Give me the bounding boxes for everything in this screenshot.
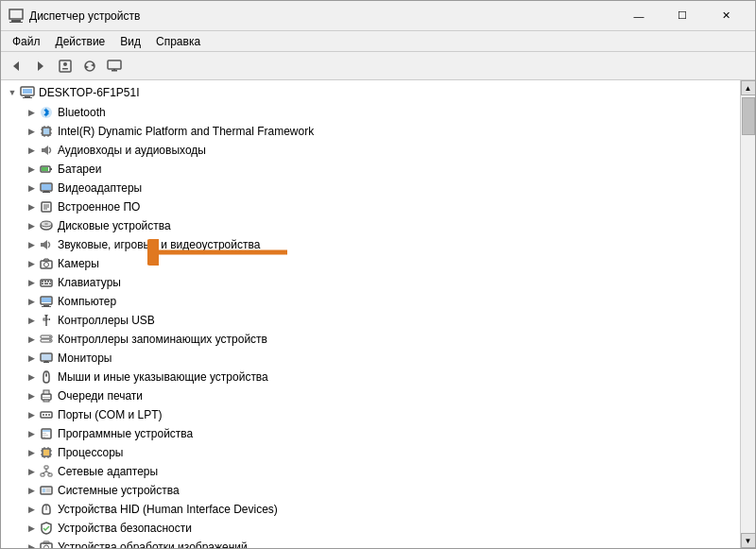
item-expand-system[interactable]: ▶	[24, 483, 39, 498]
list-item[interactable]: ▶ Программные устройства	[1, 424, 740, 443]
item-expand-bluetooth[interactable]: ▶	[24, 105, 39, 120]
refresh-button[interactable]	[78, 55, 101, 77]
list-item[interactable]: ▶ Устройства безопасности	[1, 519, 740, 538]
item-expand-intel[interactable]: ▶	[24, 124, 39, 139]
item-expand-printer[interactable]: ▶	[24, 388, 39, 403]
forward-button[interactable]	[29, 55, 52, 77]
screen-button[interactable]	[103, 55, 126, 77]
list-item[interactable]: ▶ Встроенное ПО	[1, 197, 740, 216]
item-expand-monitor[interactable]: ▶	[24, 351, 39, 366]
list-item[interactable]: ▶ Звуковые, игровые и видеоустройства	[1, 235, 740, 254]
list-item[interactable]: ▶ Процессоры	[1, 443, 740, 462]
item-expand-mouse[interactable]: ▶	[24, 369, 39, 385]
imaging-icon	[39, 540, 54, 548]
list-item[interactable]: ▶ Камеры	[1, 254, 740, 273]
scroll-track[interactable]	[741, 95, 755, 533]
bluetooth-icon	[39, 105, 54, 120]
device-tree[interactable]: ▼ DESKTOP-6F1P51I ▶	[1, 80, 740, 548]
item-expand-software[interactable]: ▶	[24, 426, 39, 441]
item-expand-usb[interactable]: ▶	[24, 313, 39, 328]
item-expand-storage[interactable]: ▶	[24, 332, 39, 347]
svg-point-75	[45, 374, 47, 376]
list-item[interactable]: ▶ Порты (COM и LPT)	[1, 405, 740, 424]
tree-root[interactable]: ▼ DESKTOP-6F1P51I	[1, 82, 740, 103]
item-expand-battery[interactable]: ▶	[24, 162, 39, 177]
list-item[interactable]: ▶ Устройства HID (Human Interface Device…	[1, 500, 740, 519]
menu-view[interactable]: Вид	[112, 33, 148, 50]
list-item[interactable]: ▶ Мониторы	[1, 349, 740, 368]
svg-marker-4	[38, 61, 43, 71]
svg-rect-2	[9, 22, 23, 23]
scroll-thumb[interactable]	[742, 97, 755, 135]
item-label-imaging: Устройства обработки изображений	[58, 540, 248, 548]
item-expand-imaging[interactable]: ▶	[24, 540, 39, 548]
list-item[interactable]: ▶ Мыши и иные указывающие устройства	[1, 368, 740, 386]
minimize-button[interactable]: —	[617, 1, 661, 31]
computer-tree-icon	[39, 294, 54, 309]
svg-point-69	[49, 340, 51, 342]
item-expand-audio[interactable]: ▶	[24, 143, 39, 158]
item-expand-hid[interactable]: ▶	[24, 502, 39, 517]
item-label-mouse: Мыши и иные указывающие устройства	[58, 370, 268, 384]
list-item[interactable]: ▶ Клавиатуры	[1, 273, 740, 292]
item-expand-keyboard[interactable]: ▶	[24, 275, 39, 290]
list-item[interactable]: ▶ Контроллеры запоминающих устройств	[1, 330, 740, 349]
list-item[interactable]: ▶ Bluetooth	[1, 103, 740, 122]
vertical-scrollbar[interactable]: ▲ ▼	[740, 80, 755, 548]
list-item[interactable]: ▶ Видеоадаптеры	[1, 179, 740, 197]
list-item[interactable]: ▶ Сетевые адаптеры	[1, 462, 740, 481]
svg-rect-0	[9, 9, 23, 19]
scroll-down-button[interactable]: ▼	[741, 533, 756, 548]
security-icon	[39, 521, 54, 536]
list-item[interactable]: ▶ Дисковые устройства	[1, 216, 740, 235]
svg-rect-89	[43, 437, 45, 437]
list-item[interactable]: ▶ Контроллеры USB	[1, 311, 740, 330]
svg-point-84	[48, 414, 50, 416]
menu-help[interactable]: Справка	[148, 33, 208, 50]
svg-rect-59	[42, 306, 51, 307]
svg-rect-114	[43, 541, 49, 543]
svg-rect-78	[43, 397, 50, 398]
list-item[interactable]: ▶ Батареи	[1, 160, 740, 179]
properties-button[interactable]	[54, 55, 77, 77]
item-expand-disk[interactable]: ▶	[24, 218, 39, 233]
item-expand-firmware[interactable]: ▶	[24, 199, 39, 214]
item-expand-camera[interactable]: ▶	[24, 256, 39, 271]
svg-rect-54	[42, 283, 43, 285]
item-label-system: Системные устройства	[58, 484, 180, 497]
item-expand-port[interactable]: ▶	[24, 407, 39, 422]
item-expand-display[interactable]: ▶	[24, 180, 39, 196]
item-expand-cpu[interactable]: ▶	[24, 445, 39, 460]
item-label-firmware: Встроенное ПО	[58, 200, 140, 214]
close-button[interactable]: ✕	[704, 1, 747, 31]
svg-rect-65	[49, 318, 50, 320]
item-expand-security[interactable]: ▶	[24, 521, 39, 536]
list-item[interactable]: ▶ Системные устройства	[1, 481, 740, 500]
svg-rect-71	[42, 354, 51, 360]
menu-file[interactable]: Файл	[5, 33, 48, 50]
maximize-button[interactable]: ☐	[661, 1, 704, 31]
svg-point-6	[63, 62, 67, 66]
list-item[interactable]: ▶ Компьютер	[1, 292, 740, 311]
list-item[interactable]: ▶ Очереди печати	[1, 386, 740, 405]
back-button[interactable]	[5, 55, 27, 77]
item-expand-computer[interactable]: ▶	[24, 294, 39, 309]
svg-point-43	[44, 223, 48, 225]
port-icon	[39, 407, 54, 422]
scroll-up-button[interactable]: ▲	[741, 80, 756, 95]
svg-rect-60	[42, 298, 51, 302]
svg-rect-32	[42, 167, 48, 171]
item-expand-sound[interactable]: ▶	[24, 237, 39, 252]
menu-action[interactable]: Действие	[48, 33, 113, 50]
svg-marker-48	[43, 259, 49, 261]
svg-rect-110	[46, 490, 50, 492]
root-expand[interactable]: ▼	[5, 85, 20, 100]
item-label-monitor: Мониторы	[58, 352, 112, 365]
svg-point-83	[45, 414, 47, 416]
list-item[interactable]: ▶ Устройства обработки изображений	[1, 538, 740, 548]
list-item[interactable]: ▶ Аудиовходы и аудиовыходы	[1, 141, 740, 160]
audio-icon	[39, 143, 54, 158]
list-item[interactable]: ▶ Intel(R) Dynamic Pla	[1, 122, 740, 141]
svg-rect-73	[43, 362, 49, 363]
item-expand-network[interactable]: ▶	[24, 464, 39, 479]
